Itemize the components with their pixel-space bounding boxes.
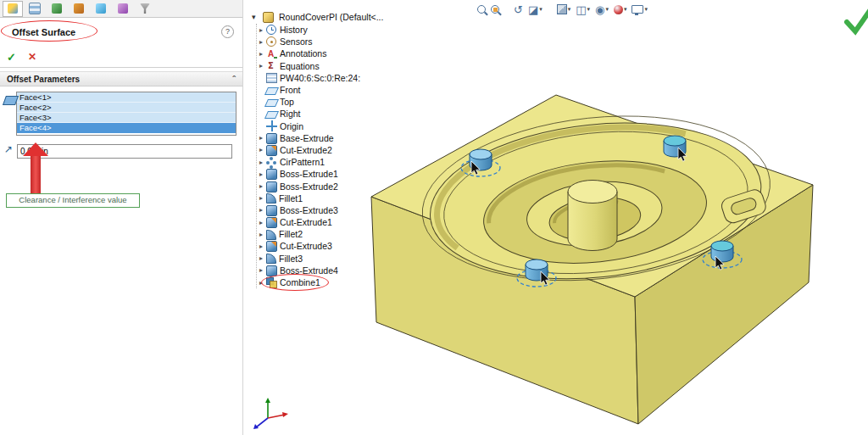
expand-arrow-icon[interactable]: ▸: [257, 170, 265, 178]
expand-arrow-icon[interactable]: ▸: [257, 254, 265, 262]
tree-item-boss-extrude3[interactable]: ▸Boss-Extrude3: [257, 204, 383, 216]
panel-tab-cam-operation-tree[interactable]: [113, 1, 133, 17]
dimxpert-manager-icon: [52, 3, 62, 14]
tree-item-front[interactable]: Front: [257, 84, 383, 96]
tree-item-label: History: [280, 25, 308, 35]
offset-parameters-label: Offset Parameters: [7, 75, 80, 84]
tree-item-boss-extrude2[interactable]: ▸Boss-Extrude2: [257, 180, 383, 192]
panel-tab-filter[interactable]: [135, 1, 155, 17]
zoom-fit-button[interactable]: [475, 4, 488, 14]
expand-arrow-icon[interactable]: ▸: [257, 134, 265, 142]
help-button[interactable]: ?: [221, 25, 234, 38]
zoom-area-button[interactable]: [488, 4, 502, 14]
tree-item-label: Fillet3: [279, 254, 303, 264]
tree-item-boss-extrude1[interactable]: ▸Boss-Extrude1: [257, 168, 383, 180]
dropdown-arrow-icon[interactable]: ▾: [624, 6, 627, 13]
collapse-arrow-icon[interactable]: ▾: [252, 13, 259, 21]
material-icon: [266, 73, 277, 83]
panel-tab-configuration-manager[interactable]: [25, 1, 45, 17]
section-view-button[interactable]: ◪▾: [526, 3, 545, 16]
panel-tab-dimxpert-manager[interactable]: [47, 1, 67, 17]
previous-view-button[interactable]: ↺: [511, 3, 526, 16]
expand-arrow-icon[interactable]: ▸: [257, 159, 265, 166]
dropdown-arrow-icon[interactable]: ▾: [587, 6, 591, 13]
boss-extrude-icon: [266, 169, 277, 180]
expand-arrow-icon[interactable]: ▸: [257, 26, 265, 34]
offset-distance-icon: ↗: [4, 143, 13, 155]
tree-item-pw40-6-sc-0-re-24-[interactable]: PW40:6:Sc:0:Re:24:: [257, 72, 383, 84]
expand-arrow-icon[interactable]: ▸: [257, 266, 265, 274]
expand-arrow-icon[interactable]: ▸: [257, 38, 265, 46]
expand-arrow-icon[interactable]: ▸: [257, 182, 265, 190]
cut-extrude-icon: [266, 241, 277, 252]
offset-distance-input[interactable]: [17, 144, 232, 159]
display-style-button[interactable]: ◫▾: [573, 3, 593, 16]
tree-item-combine1[interactable]: ▸Combine1: [257, 276, 383, 288]
view-settings-button[interactable]: ▾: [629, 4, 650, 14]
tree-item-fillet3[interactable]: ▸Fillet3: [257, 253, 383, 265]
expand-arrow-icon[interactable]: ▸: [257, 231, 265, 238]
tree-item-fillet1[interactable]: ▸Fillet1: [257, 192, 383, 204]
tree-item-annotations[interactable]: ▸Annotations: [257, 47, 383, 59]
dropdown-arrow-icon[interactable]: ▾: [539, 6, 542, 13]
panel-tab-cam-feature-tree[interactable]: [91, 1, 111, 17]
display-manager-icon: [74, 3, 84, 14]
expand-arrow-icon[interactable]: ▸: [257, 146, 265, 153]
cancel-button[interactable]: ✕: [28, 51, 36, 63]
tree-item-label: Equations: [280, 61, 320, 71]
tree-item-cut-extrude1[interactable]: ▸Cut-Extrude1: [257, 216, 383, 228]
tree-item-cirpattern1[interactable]: ▸CirPattern1: [257, 156, 383, 168]
tree-item-sensors[interactable]: ▸Sensors: [257, 36, 383, 47]
dropdown-arrow-icon[interactable]: ▾: [568, 6, 571, 13]
hide-show-items-button[interactable]: ◉▾: [593, 3, 611, 16]
display-style-icon: ◫: [576, 4, 586, 15]
expand-arrow-icon[interactable]: ▸: [257, 62, 265, 70]
tree-item-right[interactable]: Right: [257, 108, 383, 120]
dropdown-arrow-icon[interactable]: ▾: [644, 6, 648, 13]
tree-item-label: Boss-Extrude3: [280, 205, 338, 215]
face-selection-list[interactable]: Face<1>Face<2>Face<3>Face<4>: [16, 92, 236, 136]
face-list-item[interactable]: Face<3>: [17, 113, 236, 123]
center-post[interactable]: [568, 181, 617, 251]
equations-icon: [266, 60, 277, 71]
confirm-check-icon[interactable]: [847, 6, 868, 31]
tree-root-item[interactable]: ▾ RoundCoverPI (Default<...: [252, 10, 383, 24]
cam-operation-tree-icon: [118, 3, 128, 14]
panel-tab-display-manager[interactable]: [69, 1, 89, 17]
panel-tab-propertymanager[interactable]: [3, 1, 23, 17]
tree-item-label: Cut-Extrude1: [280, 217, 332, 227]
tree-item-history[interactable]: ▸History: [257, 24, 383, 36]
expand-arrow-icon[interactable]: ▸: [257, 206, 265, 214]
expand-arrow-icon[interactable]: ▸: [257, 194, 265, 202]
expand-arrow-icon[interactable]: ▸: [257, 279, 265, 287]
edit-appearance-button[interactable]: ▾: [611, 4, 630, 15]
view-orientation-button[interactable]: ▾: [554, 3, 574, 15]
tree-item-cut-extrude3[interactable]: ▸Cut-Extrude3: [257, 240, 383, 252]
history-icon: [266, 25, 276, 35]
zoom-fit-icon: [477, 5, 486, 14]
collapse-chevron-icon[interactable]: ˆ: [232, 74, 236, 84]
expand-arrow-icon[interactable]: ▸: [257, 219, 265, 226]
view-settings-icon: [632, 5, 643, 14]
expand-arrow-icon[interactable]: ▸: [257, 50, 265, 58]
ok-button[interactable]: ✓: [7, 51, 16, 64]
tree-item-label: Top: [280, 97, 294, 107]
edit-appearance-icon: [614, 5, 623, 14]
dropdown-arrow-icon[interactable]: ▾: [605, 6, 609, 13]
tree-item-cut-extrude2[interactable]: ▸Cut-Extrude2: [257, 144, 383, 156]
fillet-icon: [266, 254, 276, 264]
offset-parameters-header[interactable]: Offset Parameters ˆ: [0, 71, 242, 86]
tree-item-equations[interactable]: ▸Equations: [257, 60, 383, 72]
face-list-item[interactable]: Face<2>: [17, 103, 236, 113]
property-manager-panel: Offset Surface ? ✓ ✕ Offset Parameters ˆ…: [0, 0, 243, 435]
tree-item-boss-extrude4[interactable]: ▸Boss-Extrude4: [257, 265, 383, 276]
face-list-item[interactable]: Face<4>: [17, 123, 236, 133]
tree-item-top[interactable]: Top: [257, 96, 383, 108]
expand-arrow-icon[interactable]: ▸: [257, 243, 265, 250]
tree-item-base-extrude[interactable]: ▸Base-Extrude: [257, 132, 383, 144]
tree-root-label: RoundCoverPI (Default<...: [279, 12, 383, 22]
face-list-item[interactable]: Face<1>: [17, 92, 236, 103]
tree-item-origin[interactable]: Origin: [257, 120, 383, 132]
tree-item-label: Combine1: [280, 277, 320, 287]
tree-item-fillet2[interactable]: ▸Fillet2: [257, 228, 383, 240]
